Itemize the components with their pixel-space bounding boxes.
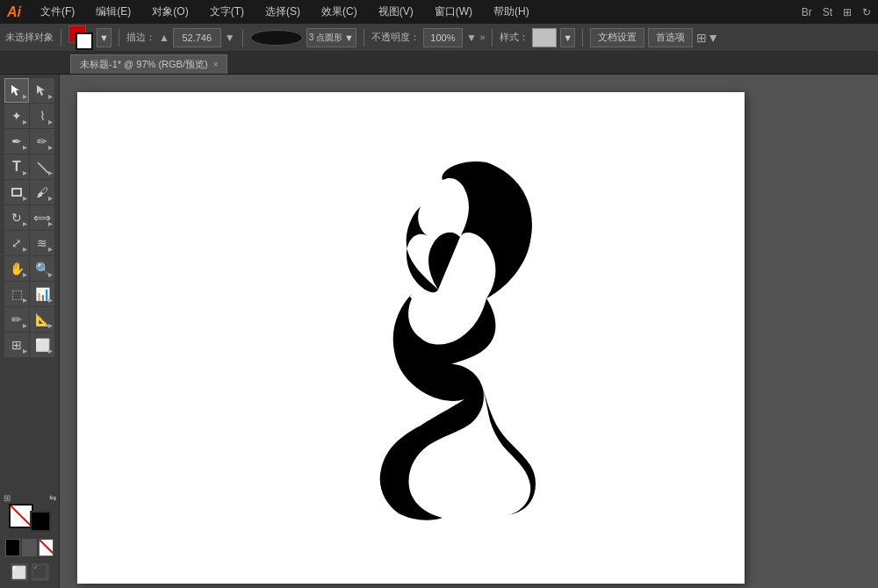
brush-type-label: 3 点圆形 (309, 32, 342, 44)
type-tool[interactable]: T ▸ (4, 154, 29, 179)
stroke-up-arrow[interactable]: ▲ (159, 32, 169, 44)
tool-row-4: T ▸ | ▸ (2, 154, 57, 179)
tool-arrow-3: ▸ (23, 117, 27, 126)
doc-settings-button[interactable]: 文档设置 (590, 28, 644, 47)
selection-label: 未选择对象 (5, 31, 54, 44)
opacity-more[interactable]: » (480, 32, 486, 42)
gray-swatch[interactable] (22, 539, 37, 556)
opacity-arrow[interactable]: ▼ (466, 32, 477, 44)
stroke-down-arrow[interactable]: ▼ (225, 32, 235, 44)
scale-tool[interactable]: ⤢ ▸ (4, 231, 29, 255)
swap-colors-icon[interactable]: ⇆ (49, 493, 56, 503)
pen-tool[interactable]: ✒ ▸ (4, 129, 29, 154)
stock-icon[interactable]: St (823, 6, 832, 18)
opacity-input[interactable] (423, 28, 463, 47)
preferences-button[interactable]: 首选项 (648, 28, 693, 47)
fill-swatch[interactable] (68, 25, 93, 50)
tool-arrow-9: ▸ (23, 193, 27, 203)
menu-text[interactable]: 文字(T) (205, 3, 249, 21)
black-swatch[interactable] (5, 539, 20, 556)
tool-arrow-20: ▸ (48, 320, 53, 330)
tool-row-8: ✋ ▸ 🔍 ▸ (2, 256, 57, 281)
quick-swatches (5, 539, 54, 556)
tool-arrow-12: ▸ (48, 219, 53, 228)
style-preview[interactable] (532, 28, 557, 47)
transform-icon[interactable]: ⊞▼ (696, 31, 719, 45)
rotate-tool[interactable]: ↻ ▸ (4, 205, 29, 230)
opacity-label: 不透明度： (371, 31, 420, 44)
color-section: ⊞ ⇆ (2, 493, 57, 584)
sep4 (363, 29, 364, 47)
artboard-tool[interactable]: ⬚ ▸ (4, 282, 29, 306)
tool-row-10: ✏ ▸ 📐 ▸ (2, 307, 57, 332)
menu-view[interactable]: 视图(V) (373, 3, 419, 21)
menu-file[interactable]: 文件(F) (35, 3, 80, 21)
mirror-tool[interactable]: ⟺ ▸ (30, 205, 54, 230)
menu-help[interactable]: 帮助(H) (488, 3, 535, 21)
tool-arrow-16: ▸ (48, 269, 53, 279)
document-tab[interactable]: 未标题-1* @ 97% (RGB/预览) × (70, 54, 227, 74)
tool-arrow-21: ▸ (23, 346, 27, 355)
grid-icon[interactable]: ⊞ (843, 6, 852, 18)
menu-window[interactable]: 窗口(W) (429, 3, 478, 21)
sync-icon[interactable]: ↻ (862, 6, 871, 18)
main-area: ▸ ▸ ✦ ▸ ⌇ ▸ ✒ ▸ ✏ ▸ (0, 75, 878, 588)
style-label: 样式： (500, 31, 529, 44)
tool-row-3: ✒ ▸ ✏ ▸ (2, 129, 57, 154)
stroke-value-input[interactable] (173, 28, 221, 47)
tool-arrow-15: ▸ (23, 269, 27, 279)
tool-arrow-2: ▸ (48, 91, 53, 101)
fill-stroke-swatches: ⊞ ⇆ (9, 500, 51, 532)
style-dropdown[interactable]: ▼ (560, 28, 575, 47)
menu-edit[interactable]: 编辑(E) (90, 3, 136, 21)
hand-tool[interactable]: ✋ ▸ (4, 256, 29, 281)
options-toolbar: 未选择对象 ▼ 描边： ▲ ▼ 3 点圆形 ▼ 不透明度： ▼ » 样式： ▼ … (0, 24, 878, 52)
paintbrush-tool[interactable]: 🖌 ▸ (30, 180, 54, 204)
normal-screen-icon[interactable]: ⬜ (11, 563, 28, 581)
sep1 (61, 29, 61, 47)
menu-select[interactable]: 选择(S) (260, 3, 306, 21)
rectangle-tool[interactable]: ▸ (4, 180, 29, 204)
app-logo: Ai (7, 4, 21, 20)
tool-arrow-13: ▸ (23, 244, 27, 254)
stroke-color-swatch[interactable] (30, 511, 51, 532)
none-swatch[interactable] (39, 539, 54, 556)
add-anchor-tool[interactable]: ✏ ▸ (30, 129, 54, 154)
perspective-tool[interactable]: ⬜ ▸ (30, 333, 54, 357)
fullscreen-icon[interactable]: ⬛ (32, 563, 49, 581)
tool-arrow-19: ▸ (23, 320, 27, 330)
selection-tool[interactable]: ▸ (4, 78, 29, 103)
line-tool[interactable]: | ▸ (30, 154, 54, 179)
canvas-area[interactable] (60, 75, 878, 588)
magic-wand-tool[interactable]: ✦ ▸ (4, 104, 29, 128)
measure-tool[interactable]: 📐 ▸ (30, 307, 54, 332)
zoom-tool[interactable]: 🔍 ▸ (30, 256, 54, 281)
tool-row-7: ⤢ ▸ ≋ ▸ (2, 231, 57, 255)
tool-row-5: ▸ 🖌 ▸ (2, 180, 57, 204)
menu-object[interactable]: 对象(O) (147, 3, 193, 21)
tool-arrow-22: ▸ (48, 346, 53, 355)
tab-label: 未标题-1* @ 97% (RGB/预览) (80, 58, 208, 71)
tool-row-1: ▸ ▸ (2, 78, 57, 103)
tool-row-2: ✦ ▸ ⌇ ▸ (2, 104, 57, 128)
lasso-tool[interactable]: ⌇ ▸ (30, 104, 54, 128)
fill-type-dropdown[interactable]: ▼ (97, 28, 112, 47)
direct-selection-tool[interactable]: ▸ (30, 78, 54, 103)
tab-bar: 未标题-1* @ 97% (RGB/预览) × (0, 52, 878, 75)
warp-tool[interactable]: ≋ ▸ (30, 231, 54, 255)
stroke-preview (250, 30, 303, 46)
stroke-type-dropdown[interactable]: 3 点圆形 ▼ (306, 28, 356, 47)
slice-tool[interactable]: ⊞ ▸ (4, 333, 29, 357)
tool-arrow-5: ▸ (23, 142, 27, 152)
graph-tool[interactable]: 📊 ▸ (30, 282, 54, 306)
bridge-icon[interactable]: Br (802, 6, 812, 18)
tool-row-9: ⬚ ▸ 📊 ▸ (2, 282, 57, 306)
tab-close-button[interactable]: × (213, 60, 219, 69)
rect-icon (11, 188, 22, 197)
artboard (77, 92, 745, 584)
menu-effect[interactable]: 效果(C) (316, 3, 363, 21)
stroke-label: 描边： (126, 31, 155, 44)
tool-arrow-18: ▸ (48, 295, 53, 305)
tool-arrow-7: ▸ (23, 168, 27, 177)
eyedropper-tool[interactable]: ✏ ▸ (4, 307, 29, 332)
